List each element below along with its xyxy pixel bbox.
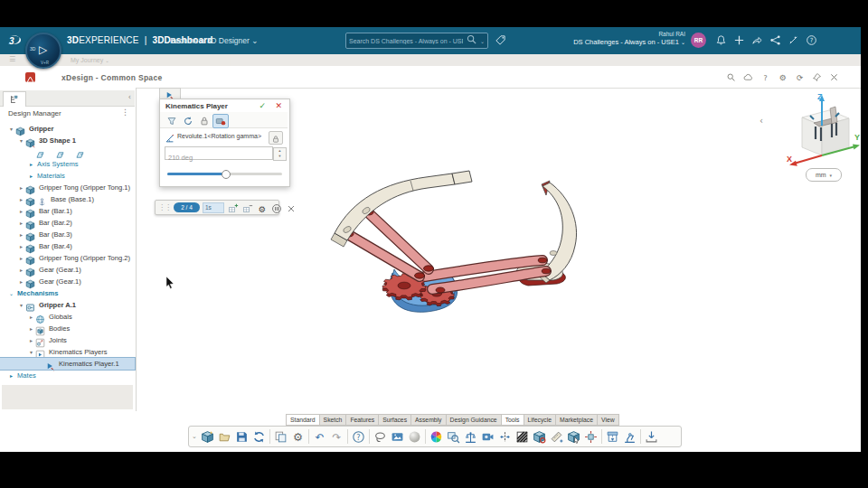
tree-planes-row[interactable] bbox=[0, 146, 135, 158]
open-icon[interactable] bbox=[216, 428, 233, 446]
settings-icon[interactable]: ⚙ bbox=[775, 71, 789, 83]
help-circle-icon[interactable]: ? bbox=[804, 33, 818, 48]
help-tool-icon[interactable]: ? bbox=[350, 428, 367, 446]
expanded-arrow-icon[interactable]: ▾ bbox=[27, 349, 35, 355]
tree-item-bar-bar-1[interactable]: ▸Bar (Bar.1) bbox=[0, 205, 135, 217]
save-icon[interactable] bbox=[233, 428, 250, 446]
reply-icon[interactable] bbox=[750, 33, 764, 48]
tab-view[interactable]: View bbox=[597, 414, 619, 426]
tree-item-bar-bar-3[interactable]: ▸Bar (Bar.3) bbox=[0, 229, 135, 240]
duration-input[interactable] bbox=[203, 202, 224, 213]
plane-icon[interactable] bbox=[75, 147, 87, 157]
collapsed-arrow-icon[interactable]: ▸ bbox=[27, 161, 35, 167]
tree-item-kinematics-players[interactable]: ▾Kinematics Players bbox=[0, 346, 135, 358]
add-frame-icon[interactable] bbox=[227, 202, 239, 213]
collapsed-arrow-icon[interactable]: ▸ bbox=[17, 255, 25, 261]
tree-item-gear-gear-1[interactable]: ▸Gear (Gear.1) bbox=[0, 276, 135, 287]
print-3d-icon[interactable] bbox=[604, 428, 621, 446]
whats-new-icon[interactable] bbox=[786, 33, 800, 48]
shaded-sphere-icon[interactable] bbox=[406, 428, 423, 446]
view-cube[interactable]: Z Y X bbox=[779, 92, 861, 172]
collapsed-arrow-icon[interactable]: ▸ bbox=[7, 372, 15, 379]
tab-surfaces[interactable]: Surfaces bbox=[378, 414, 410, 426]
collapsed-arrow-icon[interactable]: ▸ bbox=[17, 231, 25, 238]
promo-link[interactable]: Become a 3D Designer ⌄ bbox=[170, 36, 258, 45]
mass-properties-icon[interactable] bbox=[462, 428, 479, 446]
tab-assembly[interactable]: Assembly bbox=[410, 414, 445, 426]
expanded-arrow-icon[interactable]: ⌄ bbox=[7, 290, 15, 296]
clash-check-icon[interactable] bbox=[531, 428, 548, 446]
tree-item-base-base-1[interactable]: ▸Base (Base.1) bbox=[0, 193, 135, 205]
duplicate-icon[interactable] bbox=[272, 428, 289, 446]
avatar[interactable]: RR bbox=[691, 33, 706, 48]
tree-item-mates[interactable]: ▸Mates bbox=[0, 370, 135, 381]
tab-sketch[interactable]: Sketch bbox=[319, 414, 346, 426]
tree-view-tab[interactable] bbox=[3, 91, 26, 107]
collapsed-arrow-icon[interactable]: ▸ bbox=[17, 278, 25, 285]
dashboard-tab-my-journey[interactable]: My Journey ⌄ bbox=[71, 57, 109, 63]
hamburger-icon[interactable]: ☰ bbox=[9, 55, 15, 63]
angle-input[interactable] bbox=[165, 152, 261, 164]
close-x-icon[interactable] bbox=[285, 202, 297, 213]
gear-icon[interactable]: ⚙ bbox=[256, 202, 268, 213]
lock-value-button[interactable] bbox=[269, 131, 283, 145]
search-chevron-icon[interactable]: ⌄ bbox=[477, 38, 487, 44]
lasso-select-icon[interactable] bbox=[372, 428, 389, 446]
exploded-view-icon[interactable] bbox=[582, 428, 599, 446]
tab-lifecycle[interactable]: Lifecycle bbox=[524, 414, 555, 426]
tree-item-bar-bar-2[interactable]: ▸Bar (Bar.2) bbox=[0, 217, 135, 229]
tag-icon[interactable] bbox=[493, 33, 507, 48]
robot-icon[interactable] bbox=[621, 428, 638, 446]
lock-button[interactable] bbox=[196, 114, 212, 128]
new-part-icon[interactable] bbox=[199, 428, 216, 446]
close-icon[interactable] bbox=[826, 71, 841, 83]
screenshot-icon[interactable] bbox=[389, 428, 406, 446]
pin-icon[interactable] bbox=[809, 71, 824, 83]
expanded-arrow-icon[interactable]: ▾ bbox=[17, 137, 25, 144]
undo-icon[interactable]: ↶ bbox=[311, 428, 328, 446]
dialog-ok-icon[interactable]: ✓ bbox=[259, 101, 266, 110]
panel-collapse-icon[interactable]: ‹ bbox=[128, 93, 131, 101]
collapsed-arrow-icon[interactable]: ▸ bbox=[17, 243, 25, 249]
gear-tool-icon[interactable]: ⚙ bbox=[289, 428, 307, 446]
tree-item-gear-gear-1[interactable]: ▸Gear (Gear.1) bbox=[0, 264, 135, 276]
3dexperience-compass[interactable]: ▷ 3D V+R bbox=[25, 33, 61, 69]
angle-value-field[interactable]: ▴▾ bbox=[165, 146, 273, 160]
help-icon[interactable]: ? bbox=[758, 71, 772, 83]
plane-icon[interactable] bbox=[55, 147, 67, 157]
preview-icon[interactable] bbox=[445, 428, 462, 446]
camera-view-icon[interactable] bbox=[479, 428, 496, 446]
tree-item-bar-bar-4[interactable]: ▸Bar (Bar.4) bbox=[0, 240, 135, 252]
collapse-toolbar-icon[interactable]: ⌄ bbox=[192, 433, 197, 440]
tree-item-joints[interactable]: ▸Joints bbox=[0, 334, 135, 346]
sync-icon[interactable] bbox=[250, 428, 268, 446]
collapsed-arrow-icon[interactable]: ▸ bbox=[17, 267, 25, 273]
user-block[interactable]: Rahul RAI DS Challenges - Always on - US… bbox=[542, 31, 685, 47]
nav-back-arrow[interactable]: ‹ bbox=[760, 116, 763, 126]
tab-tools[interactable]: Tools bbox=[501, 414, 524, 426]
filter-button[interactable] bbox=[164, 114, 180, 128]
notifications-icon[interactable] bbox=[713, 33, 728, 48]
collapsed-arrow-icon[interactable]: ▸ bbox=[27, 337, 35, 343]
tenant-name[interactable]: DS Challenges - Always on - USE1 ⌄ bbox=[542, 38, 685, 46]
reset-button[interactable] bbox=[180, 114, 196, 128]
tree-item-gripper-tong-gripper-tong-1[interactable]: ▸Gripper Tong (Gripper Tong.1) bbox=[0, 182, 135, 193]
pause-circle-icon[interactable] bbox=[270, 202, 282, 213]
search-input[interactable] bbox=[346, 38, 466, 44]
tree-item-globals[interactable]: ▸Globals bbox=[0, 311, 135, 323]
section-icon[interactable] bbox=[496, 428, 514, 446]
search-icon[interactable] bbox=[723, 71, 738, 83]
tab-standard[interactable]: Standard bbox=[286, 414, 319, 426]
remove-frame-icon[interactable] bbox=[241, 202, 253, 213]
record-button[interactable] bbox=[212, 114, 229, 128]
collapsed-arrow-icon[interactable]: ▸ bbox=[17, 196, 25, 202]
collapsed-arrow-icon[interactable]: ▸ bbox=[27, 314, 35, 320]
tree-item-axis-systems[interactable]: ▸Axis Systems bbox=[0, 158, 135, 170]
draft-analysis-icon[interactable] bbox=[514, 428, 531, 446]
search-icon[interactable] bbox=[466, 33, 477, 49]
collapsed-arrow-icon[interactable]: ▸ bbox=[27, 173, 35, 179]
collapsed-arrow-icon[interactable]: ▸ bbox=[17, 184, 25, 191]
tree-item-gripper[interactable]: ▾Gripper bbox=[0, 123, 135, 135]
color-wheel-icon[interactable] bbox=[428, 428, 445, 446]
cloud-icon[interactable] bbox=[741, 71, 755, 83]
